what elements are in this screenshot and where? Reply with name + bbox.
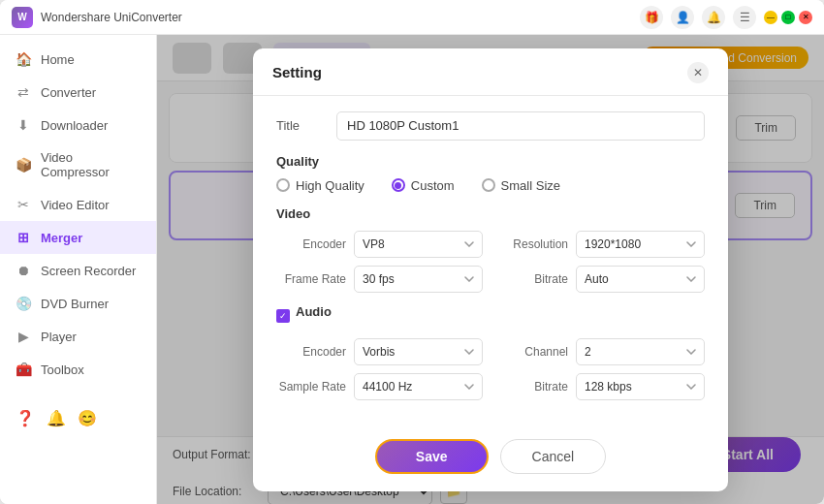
quality-high-option[interactable]: High Quality bbox=[276, 178, 364, 193]
close-button[interactable]: ✕ bbox=[799, 11, 812, 24]
home-icon: 🏠 bbox=[16, 51, 31, 67]
resolution-col: Resolution 1920*1080 bbox=[498, 231, 705, 258]
resolution-label: Resolution bbox=[498, 237, 568, 251]
audio-checkbox[interactable]: ✓ bbox=[276, 309, 290, 323]
sidebar: 🏠 Home ⇄ Converter ⬇ Downloader 📦 Video … bbox=[0, 35, 157, 504]
sidebar-item-video-editor[interactable]: ✂ Video Editor bbox=[0, 188, 156, 221]
encoder-col: Encoder VP8 bbox=[276, 231, 483, 258]
audio-encoder-channel-row: Encoder Vorbis Channel 2 bbox=[276, 338, 705, 365]
modal-title: Setting bbox=[272, 64, 322, 80]
audio-encoder-label: Encoder bbox=[276, 345, 346, 359]
bitrate-label: Bitrate bbox=[498, 272, 568, 286]
app-logo: W bbox=[12, 7, 33, 28]
audio-samplerate-select[interactable]: 44100 Hz bbox=[354, 373, 483, 400]
modal-overlay: Setting ✕ Title Quality bbox=[157, 35, 824, 504]
audio-encoder-select[interactable]: Vorbis bbox=[354, 338, 483, 365]
sidebar-item-home[interactable]: 🏠 Home bbox=[0, 43, 156, 76]
quality-section: Quality High Quality Custom bbox=[276, 154, 705, 193]
framerate-label: Frame Rate bbox=[276, 272, 346, 286]
audio-samplerate-bitrate-row: Sample Rate 44100 Hz Bitrate 128 kbps bbox=[276, 373, 705, 400]
dvd-icon: 💿 bbox=[16, 296, 31, 311]
framerate-bitrate-row: Frame Rate 30 fps Bitrate Auto bbox=[276, 266, 705, 293]
audio-section-title: Audio bbox=[296, 304, 332, 319]
setting-modal: Setting ✕ Title Quality bbox=[253, 48, 728, 491]
app-title: Wondershare UniConverter bbox=[41, 11, 640, 24]
feedback-icon[interactable]: 😊 bbox=[78, 409, 97, 427]
compressor-icon: 📦 bbox=[16, 157, 31, 173]
encoder-label: Encoder bbox=[276, 237, 346, 251]
toolbox-icon: 🧰 bbox=[16, 362, 31, 377]
title-input[interactable] bbox=[336, 111, 705, 141]
gift-icon[interactable]: 🎁 bbox=[640, 6, 663, 29]
sidebar-item-dvd-burner[interactable]: 💿 DVD Burner bbox=[0, 287, 156, 320]
quality-small-option[interactable]: Small Size bbox=[482, 178, 560, 193]
save-button[interactable]: Save bbox=[375, 439, 489, 474]
audio-channel-select[interactable]: 2 bbox=[576, 338, 705, 365]
sidebar-item-converter[interactable]: ⇄ Converter bbox=[0, 76, 156, 109]
bitrate-col: Bitrate Auto bbox=[498, 266, 705, 293]
app-window: W Wondershare UniConverter 🎁 👤 🔔 ☰ — □ ✕… bbox=[0, 0, 824, 504]
titlebar-icons: 🎁 👤 🔔 ☰ bbox=[640, 6, 756, 29]
player-icon: ▶ bbox=[16, 329, 31, 344]
encoder-resolution-row: Encoder VP8 Resolution 1920*1080 bbox=[276, 231, 705, 258]
bitrate-select[interactable]: Auto bbox=[576, 266, 705, 293]
video-section-title: Video bbox=[276, 206, 705, 221]
audio-bitrate-col: Bitrate 128 kbps bbox=[498, 373, 705, 400]
audio-samplerate-col: Sample Rate 44100 Hz bbox=[276, 373, 483, 400]
sidebar-item-toolbox[interactable]: 🧰 Toolbox bbox=[0, 353, 156, 386]
editor-icon: ✂ bbox=[16, 197, 31, 212]
quality-custom-radio[interactable] bbox=[392, 178, 405, 192]
user-icon[interactable]: 👤 bbox=[671, 6, 694, 29]
sidebar-bottom: ❓ 🔔 😊 bbox=[0, 401, 156, 435]
cancel-button[interactable]: Cancel bbox=[500, 439, 607, 474]
video-section: Video Encoder VP8 Resolution bbox=[276, 206, 705, 293]
notification-icon[interactable]: 🔔 bbox=[47, 409, 66, 427]
sidebar-item-merger[interactable]: ⊞ Merger bbox=[0, 221, 156, 254]
converter-icon: ⇄ bbox=[16, 84, 31, 100]
modal-body: Title Quality High Quality bbox=[253, 96, 728, 431]
audio-bitrate-label: Bitrate bbox=[498, 380, 568, 394]
help-icon[interactable]: ❓ bbox=[16, 409, 35, 427]
sidebar-item-video-compressor[interactable]: 📦 Video Compressor bbox=[0, 142, 156, 188]
minimize-button[interactable]: — bbox=[764, 11, 777, 24]
resolution-select[interactable]: 1920*1080 bbox=[576, 231, 705, 258]
window-controls: — □ ✕ bbox=[764, 11, 812, 24]
audio-header: ✓ Audio bbox=[276, 304, 705, 329]
title-label: Title bbox=[276, 118, 325, 133]
merger-icon: ⊞ bbox=[16, 230, 31, 245]
quality-high-radio[interactable] bbox=[276, 178, 290, 192]
title-field-row: Title bbox=[276, 111, 705, 141]
maximize-button[interactable]: □ bbox=[781, 11, 795, 24]
framerate-col: Frame Rate 30 fps bbox=[276, 266, 483, 293]
titlebar: W Wondershare UniConverter 🎁 👤 🔔 ☰ — □ ✕ bbox=[0, 0, 824, 35]
sidebar-item-downloader[interactable]: ⬇ Downloader bbox=[0, 109, 156, 142]
app-body: 🏠 Home ⇄ Converter ⬇ Downloader 📦 Video … bbox=[0, 35, 824, 504]
audio-section: ✓ Audio Encoder Vorbis bbox=[276, 304, 705, 400]
framerate-select[interactable]: 30 fps bbox=[354, 266, 483, 293]
sidebar-item-player[interactable]: ▶ Player bbox=[0, 320, 156, 353]
audio-encoder-col: Encoder Vorbis bbox=[276, 338, 483, 365]
bell-icon[interactable]: 🔔 bbox=[702, 6, 725, 29]
modal-header: Setting ✕ bbox=[253, 48, 728, 96]
audio-sample-label: Sample Rate bbox=[276, 380, 346, 394]
quality-section-title: Quality bbox=[276, 154, 705, 169]
downloader-icon: ⬇ bbox=[16, 117, 31, 133]
audio-channel-label: Channel bbox=[498, 345, 568, 359]
quality-options-row: High Quality Custom Small Size bbox=[276, 178, 705, 193]
modal-close-button[interactable]: ✕ bbox=[687, 62, 709, 83]
sidebar-item-screen-recorder[interactable]: ⏺ Screen Recorder bbox=[0, 254, 156, 287]
encoder-select[interactable]: VP8 bbox=[354, 231, 483, 258]
quality-small-radio[interactable] bbox=[482, 178, 495, 192]
modal-footer: Save Cancel bbox=[253, 431, 728, 491]
screen-recorder-icon: ⏺ bbox=[16, 263, 31, 278]
audio-channel-col: Channel 2 bbox=[498, 338, 705, 365]
audio-bitrate-select[interactable]: 128 kbps bbox=[576, 373, 705, 400]
quality-custom-option[interactable]: Custom bbox=[392, 178, 455, 193]
menu-icon[interactable]: ☰ bbox=[733, 6, 756, 29]
main-content: ⚡ High Speed Conversion Trim Trim Output… bbox=[157, 35, 824, 504]
